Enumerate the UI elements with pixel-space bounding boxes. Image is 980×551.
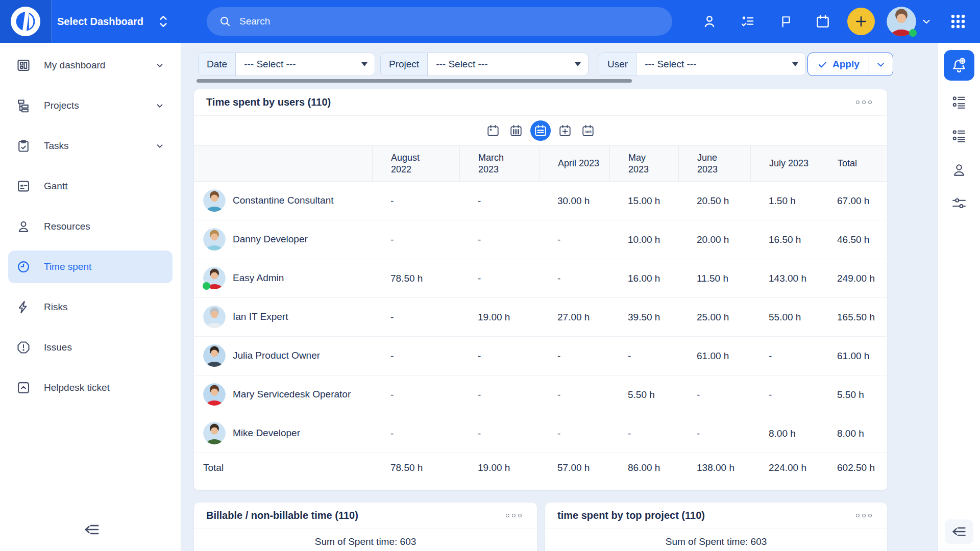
sidebar-item-projects[interactable]: Projects <box>8 89 173 122</box>
total-hours-cell: 86.00 h <box>609 462 678 473</box>
app-logo[interactable] <box>0 0 52 43</box>
hours-cell: - <box>539 414 609 453</box>
right-sidebar <box>938 43 980 551</box>
hours-cell: - <box>459 375 539 414</box>
sidebar-collapse-button[interactable] <box>78 518 106 541</box>
user-name: Mike Developer <box>233 428 300 438</box>
filter-label: Project <box>381 53 428 76</box>
apps-grid-button[interactable] <box>943 0 973 43</box>
card-menu-button[interactable] <box>853 511 875 520</box>
hours-cell: - <box>459 182 539 220</box>
avatar-wrap <box>203 228 226 251</box>
user-cell[interactable]: Mike Developer <box>194 414 372 453</box>
saved-list-button-2[interactable] <box>938 122 980 151</box>
search-input[interactable] <box>238 15 628 28</box>
hours-cell: 8.00 h <box>819 414 886 453</box>
column-header: April 2023 <box>539 146 609 181</box>
hours-cell: 55.00 h <box>750 298 819 336</box>
user-cell[interactable]: Danny Developer <box>194 220 372 259</box>
spent-time-summary: Sum of Spent time: 603 <box>194 536 537 547</box>
sidebar-item-gantt[interactable]: Gantt <box>8 170 173 203</box>
calendar-month-view-button[interactable] <box>530 120 551 141</box>
dashboard-selector[interactable]: Select Dashboard <box>57 0 170 43</box>
sidebar-item-label: Resources <box>44 221 165 232</box>
profile-icon-button[interactable] <box>697 0 722 43</box>
online-status-dot <box>909 29 917 37</box>
card-title: time spent by top project (110) <box>557 510 853 521</box>
apply-button[interactable]: Apply <box>808 53 869 76</box>
notifications-button[interactable] <box>944 50 974 81</box>
bulleted-list-icon <box>951 129 967 144</box>
time-spent-card: Time spent by users (110) <box>194 89 887 490</box>
table-row: Julia Product Owner----61.00 h-61.00 h <box>194 337 887 375</box>
horizontal-scrollbar-thumb[interactable] <box>197 79 632 83</box>
avatar-wrap <box>203 344 226 367</box>
task-list-button[interactable] <box>736 0 760 43</box>
calendar-button[interactable] <box>811 0 835 43</box>
sidebar-item-risks[interactable]: Risks <box>8 291 173 323</box>
chevron-down-icon <box>154 60 165 71</box>
calendar-365-icon: 365 <box>581 124 595 137</box>
saved-list-button-1[interactable] <box>938 88 980 117</box>
calendar-year-view-button[interactable]: 365 <box>579 122 597 139</box>
clock-icon <box>16 260 31 274</box>
calendar-icon <box>815 14 830 29</box>
sidebar-item-resources[interactable]: Resources <box>8 210 173 243</box>
card-menu-button[interactable] <box>503 511 525 520</box>
calendar-quarter-view-button[interactable] <box>556 122 574 139</box>
user-cell[interactable]: Ian IT Expert <box>194 298 372 336</box>
apply-options-button[interactable] <box>869 53 893 76</box>
hours-cell: 11.50 h <box>678 259 750 297</box>
sidebar-item-time-spent[interactable]: Time spent <box>8 251 173 283</box>
sidebar-item-label: My dashboard <box>44 60 154 71</box>
user-name: Constantine Consultant <box>233 195 334 206</box>
person-icon <box>951 162 967 178</box>
calendar-day-view-button[interactable] <box>484 122 502 139</box>
grid-menu-icon <box>950 13 966 30</box>
user-avatar-menu[interactable] <box>887 7 916 36</box>
rightbar-collapse-button[interactable] <box>945 519 973 544</box>
filter-project: Project --- Select --- <box>380 53 589 76</box>
people-panel-button[interactable] <box>938 156 980 184</box>
hours-cell: - <box>750 375 819 414</box>
filter-date-select[interactable]: --- Select --- <box>236 53 361 76</box>
calendar-day-icon <box>486 124 500 137</box>
card-menu-button[interactable] <box>853 97 875 107</box>
total-hours-cell: 19.00 h <box>459 462 539 473</box>
avatar-dropdown[interactable] <box>917 0 936 43</box>
total-hours-cell: 78.50 h <box>372 462 459 473</box>
hours-cell: 39.50 h <box>609 298 678 336</box>
flag-button[interactable] <box>774 0 798 43</box>
filter-project-select[interactable]: --- Select --- <box>428 53 575 76</box>
table-row: Constantine Consultant--30.00 h15.00 h20… <box>194 182 887 220</box>
column-header-user <box>194 146 372 181</box>
user-cell[interactable]: Mary Servicedesk Operator <box>194 375 372 414</box>
user-cell[interactable]: Easy Admin <box>194 259 372 297</box>
collapse-left-icon <box>83 521 101 538</box>
table-row: Mike Developer-----8.00 h8.00 h <box>194 414 887 453</box>
sidebar-item-label: Helpdesk ticket <box>44 382 165 393</box>
user-cell[interactable]: Constantine Consultant <box>194 182 372 220</box>
user-cell[interactable]: Julia Product Owner <box>194 337 372 375</box>
chevron-down-icon <box>875 59 886 70</box>
hours-cell: - <box>372 414 459 453</box>
collapse-left-icon <box>951 523 967 540</box>
hours-cell: - <box>609 337 678 375</box>
sidebar-item-issues[interactable]: Issues <box>8 331 173 364</box>
calendar-week-view-button[interactable] <box>507 122 525 139</box>
sidebar-item-tasks[interactable]: Tasks <box>8 130 173 162</box>
quick-add-button[interactable] <box>847 8 875 35</box>
column-header: July 2023 <box>750 146 819 181</box>
filter-settings-button[interactable] <box>938 189 980 218</box>
sidebar-item-helpdesk-ticket[interactable]: Helpdesk ticket <box>8 371 173 404</box>
user-name: Easy Admin <box>233 272 284 283</box>
sidebar-item-my-dashboard[interactable]: My dashboard <box>8 49 173 82</box>
dashboard-selector-label: Select Dashboard <box>57 16 143 28</box>
gantt-icon <box>16 179 31 193</box>
hours-cell: 10.00 h <box>609 220 678 259</box>
column-header: August 2022 <box>372 146 459 181</box>
filter-user-select[interactable]: --- Select --- <box>636 53 792 76</box>
table-row: Easy Admin78.50 h--16.00 h11.50 h143.00 … <box>194 259 887 298</box>
hours-cell: 30.00 h <box>539 182 609 220</box>
select-arrow-icon <box>575 62 581 66</box>
